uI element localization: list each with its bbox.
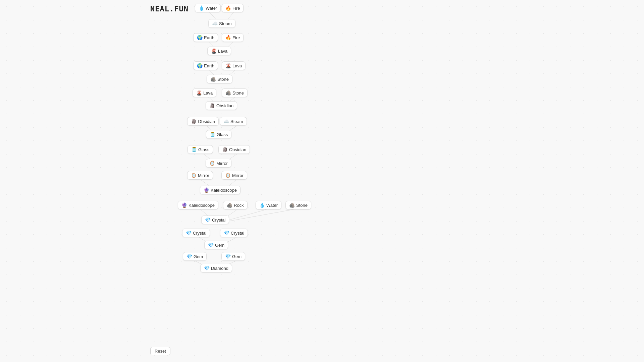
obsidian-icon: 🗿 <box>222 147 228 152</box>
element-label: Fire <box>232 6 240 11</box>
element-label: Obsidian <box>229 147 246 152</box>
diamond-icon: 💎 <box>204 265 210 271</box>
element-chip-glass1[interactable]: 🫙Glass <box>206 130 231 139</box>
water-icon: 💧 <box>259 202 265 208</box>
gem-icon: 💎 <box>225 254 231 259</box>
lava-icon: 🌋 <box>225 63 231 68</box>
element-label: Obsidian <box>198 119 215 124</box>
element-chip-gem2[interactable]: 💎Gem <box>183 252 207 261</box>
element-label: Obsidian <box>216 103 233 108</box>
earth-icon: 🌍 <box>197 63 203 68</box>
element-chip-obsidian3[interactable]: 🗿Obsidian <box>218 145 250 154</box>
element-label: Rock <box>234 203 244 208</box>
element-label: Lava <box>232 63 242 68</box>
fire-icon: 🔥 <box>225 35 231 40</box>
lava-icon: 🌋 <box>211 48 217 54</box>
kaleidoscope-icon: 🔮 <box>181 202 187 208</box>
element-chip-kaleidoscope1[interactable]: 🔮Kaleidoscope <box>200 186 240 194</box>
earth-icon: 🌍 <box>197 35 203 40</box>
element-label: Stone <box>217 77 229 82</box>
gem-icon: 💎 <box>208 242 214 248</box>
element-chip-stone2[interactable]: 🪨Stone <box>222 88 248 97</box>
crystal-icon: 💎 <box>224 230 229 236</box>
element-chip-mirror1[interactable]: 🪞Mirror <box>206 159 231 168</box>
lava-icon: 🌋 <box>196 90 202 96</box>
rock-icon: 🪨 <box>227 202 232 208</box>
gem-icon: 💎 <box>186 254 192 259</box>
element-label: Diamond <box>211 266 228 271</box>
mirror-icon: 🪞 <box>225 173 231 178</box>
element-label: Stone <box>232 90 244 96</box>
element-chip-mirror2[interactable]: 🪞Mirror <box>187 171 213 180</box>
element-chip-stone3[interactable]: 🪨Stone <box>285 201 311 209</box>
water-icon: 💧 <box>199 5 204 11</box>
obsidian-icon: 🗿 <box>209 103 215 108</box>
element-label: Kaleidoscope <box>189 203 215 208</box>
obsidian-icon: 🗿 <box>191 119 197 124</box>
element-chip-obsidian2[interactable]: 🗿Obsidian <box>187 117 219 126</box>
element-label: Glass <box>198 147 209 152</box>
element-chip-fire2[interactable]: 🔥Fire <box>222 33 244 42</box>
element-label: Water <box>266 203 278 208</box>
svg-line-17 <box>217 208 301 223</box>
mirror-icon: 🪞 <box>209 161 215 166</box>
element-chip-lava2[interactable]: 🌋Lava <box>222 61 246 70</box>
element-chip-earth1[interactable]: 🌍Earth <box>193 33 218 42</box>
connection-lines <box>0 0 644 362</box>
element-label: Mirror <box>198 173 209 178</box>
element-label: Kaleidoscope <box>211 188 237 193</box>
fire-icon: 🔥 <box>225 5 231 11</box>
element-label: Glass <box>217 132 228 137</box>
element-chip-crystal1[interactable]: 💎Crystal <box>201 216 229 224</box>
element-label: Mirror <box>232 173 244 178</box>
element-chip-gem3[interactable]: 💎Gem <box>221 252 245 261</box>
element-label: Crystal <box>231 231 244 236</box>
element-chip-mirror3[interactable]: 🪞Mirror <box>221 171 247 180</box>
element-chip-lava1[interactable]: 🌋Lava <box>207 47 231 55</box>
glass-icon: 🫙 <box>191 147 197 152</box>
element-chip-obsidian1[interactable]: 🗿Obsidian <box>206 101 237 110</box>
element-chip-crystal3[interactable]: 💎Crystal <box>220 229 248 237</box>
element-label: Crystal <box>212 218 225 223</box>
element-chip-rock1[interactable]: 🪨Rock <box>223 201 248 209</box>
element-label: Fire <box>232 35 240 40</box>
element-chip-stone1[interactable]: 🪨Stone <box>207 75 232 83</box>
steam-icon: ☁️ <box>212 21 218 26</box>
element-label: Steam <box>230 119 243 124</box>
element-chip-earth2[interactable]: 🌍Earth <box>193 61 218 70</box>
element-label: Lava <box>218 49 227 54</box>
mirror-icon: 🪞 <box>191 173 197 178</box>
crystal-icon: 💎 <box>186 230 192 236</box>
element-chip-gem1[interactable]: 💎Gem <box>204 241 228 249</box>
crystal-icon: 💎 <box>205 217 211 223</box>
element-chip-steam2[interactable]: ☁️Steam <box>220 117 247 126</box>
element-chip-steam1[interactable]: ☁️Steam <box>208 19 235 28</box>
element-chip-kaleidoscope2[interactable]: 🔮Kaleidoscope <box>178 201 218 209</box>
element-chip-fire1[interactable]: 🔥Fire <box>222 4 244 12</box>
stone-icon: 🪨 <box>289 202 295 208</box>
element-label: Earth <box>204 63 214 68</box>
element-label: Stone <box>296 203 308 208</box>
stone-icon: 🪨 <box>210 76 216 82</box>
element-chip-glass2[interactable]: 🫙Glass <box>187 145 213 154</box>
element-label: Crystal <box>193 231 206 236</box>
steam-icon: ☁️ <box>223 119 229 124</box>
element-chip-water2[interactable]: 💧Water <box>256 201 281 209</box>
element-chip-diamond1[interactable]: 💎Diamond <box>200 264 232 273</box>
element-label: Steam <box>219 21 232 26</box>
logo: NEAL.FUN <box>150 5 189 13</box>
reset-button[interactable]: Reset <box>150 347 170 355</box>
element-label: Water <box>206 6 217 11</box>
element-label: Mirror <box>216 161 228 166</box>
stone-icon: 🪨 <box>225 90 231 96</box>
element-label: Gem <box>194 254 203 259</box>
element-chip-crystal2[interactable]: 💎Crystal <box>182 229 210 237</box>
element-chip-water1[interactable]: 💧Water <box>195 4 221 12</box>
element-label: Gem <box>232 254 241 259</box>
element-label: Gem <box>215 243 224 248</box>
element-chip-lava3[interactable]: 🌋Lava <box>193 88 216 97</box>
glass-icon: 🫙 <box>210 132 215 137</box>
element-label: Earth <box>204 35 214 40</box>
kaleidoscope-icon: 🔮 <box>204 187 209 193</box>
element-label: Lava <box>203 90 213 96</box>
